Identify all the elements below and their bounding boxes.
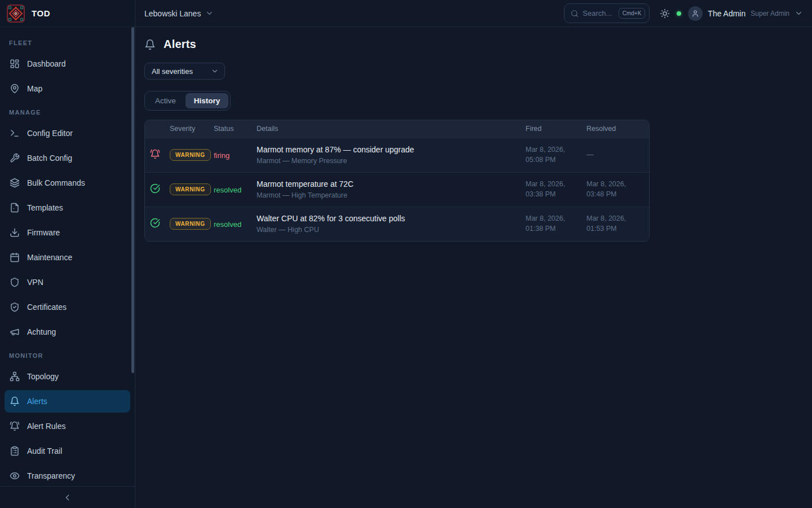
terminal-icon [10,128,20,138]
eye-icon [10,471,20,481]
map-pin-icon [10,84,20,94]
sidebar-item-label: Config Editor [27,129,73,138]
status-label: firing [214,151,230,160]
alert-row[interactable]: WARNINGresolvedMarmot temperature at 72C… [145,172,650,207]
calendar-icon [10,252,20,262]
fired-timestamp: Mar 8, 2026, 05:08 PM [526,138,586,172]
alert-row[interactable]: WARNINGresolvedWalter CPU at 82% for 3 c… [145,207,650,241]
alert-row[interactable]: WARNINGfiringMarmot memory at 87% — cons… [145,138,650,172]
search-icon [571,10,579,17]
page-header: Alerts [144,38,803,51]
file-icon [10,203,20,213]
user-role: Super Admin [751,10,789,17]
sidebar-collapse-button[interactable] [61,491,74,504]
column-header-fired: Fired [526,120,586,138]
user-icon [691,10,699,17]
main-area: Lebowski Lanes Cmd+K The Admin Super Adm… [135,0,812,508]
chevron-down-icon [211,67,219,75]
status-label: resolved [214,186,241,194]
sidebar-item-label: Bulk Commands [27,178,85,187]
sidebar-item-label: Audit Trail [27,446,62,456]
org-name: Lebowski Lanes [144,9,201,18]
sidebar-item-batch-config[interactable]: Batch Config [5,147,130,169]
org-switcher[interactable]: Lebowski Lanes [144,9,214,18]
sidebar-scrollbar[interactable] [131,27,134,373]
tab-active[interactable]: Active [147,93,184,108]
sidebar-item-achtung[interactable]: Achtung [5,321,130,343]
sidebar-item-bulk-commands[interactable]: Bulk Commands [5,172,130,194]
severity-filter-select[interactable]: All severities [144,63,225,80]
network-icon [10,371,20,382]
sidebar-item-vpn[interactable]: VPN [5,271,130,294]
alert-subtitle: Walter — High CPU [257,226,521,234]
bell-ring-icon [150,149,160,159]
sidebar: TOD FLEETDashboardMapMANAGEConfig Editor… [0,0,135,508]
check-circle-icon [150,218,160,228]
shield-check-icon [10,302,20,312]
check-circle-icon [150,183,160,194]
user-menu[interactable]: The Admin Super Admin [688,6,803,21]
alert-subtitle: Marmot — High Temperature [257,191,521,199]
severity-badge: WARNING [170,183,211,195]
alerts-page: Alerts All severities ActiveHistory Seve… [135,27,812,252]
resolved-timestamp: — [586,138,650,172]
online-status-dot [677,11,681,16]
sidebar-item-dashboard[interactable]: Dashboard [5,52,130,75]
alert-title: Marmot temperature at 72C [257,179,521,189]
theme-toggle-sun-icon[interactable] [660,8,670,19]
sidebar-item-templates[interactable]: Templates [5,196,130,219]
sidebar-item-label: Transparency [27,471,75,480]
sidebar-section-label-monitor: MONITOR [5,345,130,365]
resolved-timestamp: Mar 8, 2026, 01:53 PM [586,207,650,241]
sidebar-item-map[interactable]: Map [5,77,130,100]
severity-badge: WARNING [170,149,211,161]
sidebar-footer [0,486,135,508]
sidebar-item-certificates[interactable]: Certificates [5,296,130,318]
alerts-table: SeverityStatusDetailsFiredResolved WARNI… [145,120,650,241]
sidebar-item-alert-rules[interactable]: Alert Rules [5,415,130,437]
sidebar-section-label-fleet: FLEET [5,33,130,52]
sidebar-item-topology[interactable]: Topology [5,365,130,388]
search-input[interactable] [582,9,614,17]
sidebar-item-label: Dashboard [27,59,66,68]
fired-timestamp: Mar 8, 2026, 03:38 PM [526,172,586,207]
sidebar-item-alerts[interactable]: Alerts [5,390,130,413]
alert-title: Marmot memory at 87% — consider upgrade [257,145,521,154]
chevron-left-icon [63,493,72,502]
clipboard-list-icon [10,446,20,456]
search-shortcut-badge: Cmd+K [619,8,646,19]
bell-ring-icon [10,421,20,431]
user-name: The Admin [708,9,745,18]
sidebar-item-label: Achtung [27,327,56,336]
severity-filter-value: All severities [152,67,193,76]
wrench-icon [10,153,20,163]
fired-timestamp: Mar 8, 2026, 01:38 PM [526,207,586,241]
sidebar-item-label: Alerts [27,397,47,406]
sidebar-item-label: Templates [27,203,63,212]
layers-icon [10,178,20,188]
shield-icon [10,277,20,287]
sidebar-nav: FLEETDashboardMapMANAGEConfig EditorBatc… [0,27,135,486]
megaphone-icon [10,327,20,337]
column-header-resolved: Resolved [586,120,650,138]
bell-icon [10,396,20,406]
sidebar-item-maintenance[interactable]: Maintenance [5,246,130,269]
avatar [688,6,703,21]
layout-dashboard-icon [10,59,20,69]
brand-name: TOD [32,8,50,18]
sidebar-item-label: Firmware [27,228,60,237]
sidebar-item-label: Maintenance [27,253,72,262]
chevron-down-icon [205,9,214,17]
search-box[interactable]: Cmd+K [564,3,650,23]
chevron-down-icon [795,9,803,17]
sidebar-item-transparency[interactable]: Transparency [5,465,130,486]
sidebar-item-firmware[interactable]: Firmware [5,221,130,244]
sidebar-item-label: Certificates [27,303,67,312]
sidebar-item-audit-trail[interactable]: Audit Trail [5,440,130,462]
tab-history[interactable]: History [186,93,229,108]
column-header-severity: Severity [170,120,214,138]
resolved-timestamp: Mar 8, 2026, 03:48 PM [586,172,650,207]
sidebar-item-config-editor[interactable]: Config Editor [5,122,130,144]
topbar: Lebowski Lanes Cmd+K The Admin Super Adm… [135,0,812,27]
sidebar-item-label: Batch Config [27,154,72,163]
